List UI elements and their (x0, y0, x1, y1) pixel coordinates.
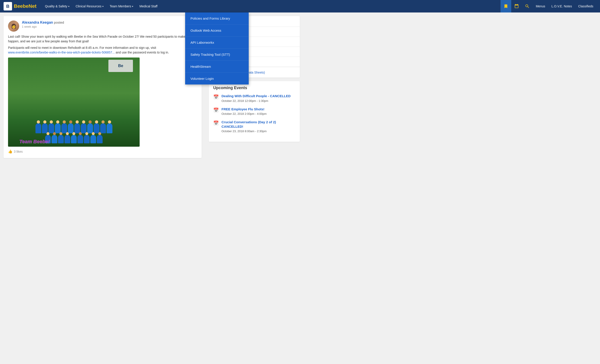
upcoming-events-section: Upcoming Events 📅 Dealing With Difficult… (209, 81, 300, 142)
post-author-name[interactable]: Alexandra Keegan (22, 20, 53, 24)
nav-icons (500, 0, 533, 12)
classifieds-link[interactable]: Classifieds (575, 0, 596, 12)
avatar: 👩 (8, 20, 19, 32)
dropdown-api-laborworkx[interactable]: API Laborworkx (185, 36, 249, 49)
post-meta: Alexandra Keegan posted 1 week ago (22, 20, 197, 28)
avatar-image: 👩 (8, 20, 19, 32)
dropdown-safety-tracking[interactable]: Safety Tracking Tool (STT) (185, 49, 249, 61)
post-timestamp: 1 week ago (22, 25, 197, 28)
nav-links: Quality & Safety ▾ Clinical Resources ▾ … (42, 0, 500, 12)
post-card: 👩 Alexandra Keegan posted 1 week ago Las… (4, 16, 202, 158)
post-image: Be (8, 57, 140, 147)
event-title-3[interactable]: Crucial Conversations (Day 2 of 2) CANCE… (222, 120, 295, 129)
event-info-3: Crucial Conversations (Day 2 of 2) CANCE… (222, 120, 295, 133)
dropdown-volunteer-login[interactable]: Volunteer Login (185, 73, 249, 84)
event-title-2[interactable]: FREE Employee Flu Shots! (222, 107, 267, 111)
dropdown-healthstream[interactable]: HealthStream (185, 61, 249, 73)
nav-medical-staff[interactable]: Medical Staff (136, 0, 161, 12)
nav-quality-safety[interactable]: Quality & Safety ▾ (42, 0, 72, 12)
brand[interactable]: B BeebeNet (4, 2, 36, 10)
post-author-line: Alexandra Keegan posted (22, 20, 197, 25)
dropdown-policies-forms[interactable]: Policies and Forms Library (185, 12, 249, 25)
like-icon: 👍 (8, 149, 12, 154)
bookmark-dropdown-menu: Policies and Forms Library Outlook Web A… (185, 12, 249, 84)
love-notes-link[interactable]: L.O.V.E. Notes (548, 0, 575, 12)
menus-link[interactable]: Menus (533, 0, 548, 12)
event-info-1: Dealing With Difficult People - CANCELLE… (222, 94, 291, 102)
event-item-2: 📅 FREE Employee Flu Shots! October 22, 2… (213, 107, 295, 116)
post-body-para1: Last call! Show your team spirit by walk… (8, 34, 197, 44)
main-layout: 👩 Alexandra Keegan posted 1 week ago Las… (0, 12, 600, 364)
chevron-down-icon: ▾ (68, 5, 69, 8)
nav-team-members[interactable]: Team Members ▾ (107, 0, 136, 12)
events-section-title: Upcoming Events (213, 86, 295, 90)
brand-name: BeebeNet (14, 3, 36, 9)
post-header: 👩 Alexandra Keegan posted 1 week ago (8, 20, 197, 32)
event-item-1: 📅 Dealing With Difficult People - CANCEL… (213, 94, 295, 102)
calendar-icon: 📅 (213, 94, 219, 100)
event-date-1: October 22, 2018 12:00pm - 1:30pm (222, 99, 291, 102)
dropdown-outlook-web[interactable]: Outlook Web Access (185, 25, 249, 36)
calendar-icon-button[interactable] (511, 0, 522, 12)
search-icon-button[interactable] (522, 0, 533, 12)
event-info-2: FREE Employee Flu Shots! October 22, 201… (222, 107, 267, 116)
chevron-down-icon: ▾ (132, 5, 133, 8)
bookmark-icon-button[interactable] (500, 0, 511, 12)
post-body-para2: Participants will need to meet in downto… (8, 46, 197, 55)
post-body: Last call! Show your team spirit by walk… (8, 34, 197, 55)
content-area: 👩 Alexandra Keegan posted 1 week ago Las… (0, 12, 205, 364)
event-date-2: October 22, 2018 2:00pm - 4:00pm (222, 112, 267, 116)
event-title-1[interactable]: Dealing With Difficult People - CANCELLE… (222, 94, 291, 98)
post-eventbrite-link[interactable]: www.eventbrite.com/e/beebe-walks-in-the-… (8, 51, 115, 54)
post-likes: 👍 3 likes (8, 149, 197, 154)
post-action-label: posted (54, 20, 64, 24)
nav-clinical-resources[interactable]: Clinical Resources ▾ (73, 0, 107, 12)
calendar-icon: 📅 (213, 108, 219, 113)
chevron-down-icon: ▾ (102, 5, 103, 8)
post-image-caption: Team Beebe! (19, 139, 49, 145)
likes-count: 3 likes (14, 150, 23, 153)
navbar: B BeebeNet Quality & Safety ▾ Clinical R… (0, 0, 600, 12)
event-item-3: 📅 Crucial Conversations (Day 2 of 2) CAN… (213, 120, 295, 133)
calendar-icon: 📅 (213, 120, 219, 126)
nav-text-links: Menus L.O.V.E. Notes Classifieds (533, 0, 596, 12)
brand-logo: B (4, 2, 12, 10)
event-date-3: October 23, 2018 8:00am - 2:30pm (222, 129, 295, 133)
